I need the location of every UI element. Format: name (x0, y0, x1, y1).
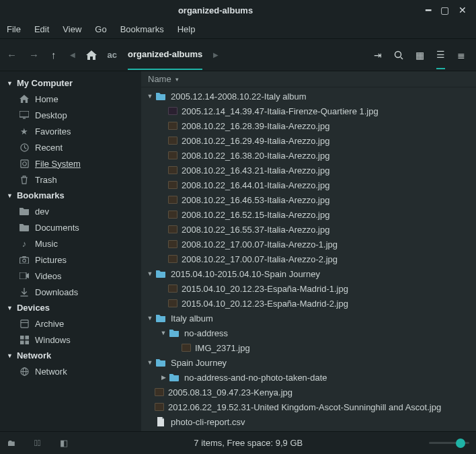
breadcrumb-home[interactable]: ac (108, 50, 117, 69)
file-row[interactable]: 2008.10.22_16.28.39-Italia-Arezzo.jpg (141, 118, 476, 133)
collapse-icon[interactable]: ▼ (145, 270, 155, 277)
menu-edit[interactable]: Edit (34, 24, 49, 34)
file-row[interactable]: 2015.04.10_20.12.23-España-Madrid-2.jpg (141, 296, 476, 311)
svg-rect-2 (19, 111, 29, 117)
sidebar-item-recent[interactable]: Recent (0, 139, 141, 155)
sidebar-item-documents[interactable]: Documents (0, 219, 141, 235)
sidebar-item-desktop[interactable]: Desktop (0, 107, 141, 123)
svg-point-6 (22, 161, 26, 165)
search-icon[interactable] (394, 50, 403, 60)
up-icon[interactable]: ↑ (51, 49, 56, 61)
folder-row[interactable]: ▼2005.12.14-2008.10.22-Italy album (141, 89, 476, 104)
collapse-icon[interactable]: ▼ (145, 359, 155, 366)
close-sidebar-icon[interactable]: ◧ (60, 438, 68, 448)
file-row[interactable]: 2008.10.22_16.55.37-Italia-Arezzo.jpg (141, 222, 476, 237)
item-name-label: IMG_2371.jpg (195, 343, 250, 353)
image-icon (155, 388, 164, 396)
file-row[interactable]: 2008.10.22_16.46.53-Italia-Arezzo.jpg (141, 192, 476, 207)
sidebar-section[interactable]: ▼Network (0, 348, 141, 363)
view-list-icon[interactable]: ☰ (436, 49, 445, 69)
file-row[interactable]: 2008.10.22_16.38.20-Italia-Arezzo.jpg (141, 148, 476, 163)
svg-rect-13 (20, 336, 24, 340)
chevron-right-icon[interactable]: ▶ (213, 51, 219, 59)
windows-icon (19, 334, 30, 345)
sidebar-section[interactable]: ▼Bookmarks (0, 188, 141, 203)
sidebar-section[interactable]: ▼Devices (0, 300, 141, 315)
sidebar-item-pictures[interactable]: Pictures (0, 252, 141, 268)
sidebar-item-file-system[interactable]: File System (0, 155, 141, 172)
close-icon[interactable]: ✕ (459, 5, 467, 15)
folder-row[interactable]: ▼2015.04.10-2015.04.10-Spain Journey (141, 266, 476, 281)
image-icon (168, 285, 177, 293)
file-row[interactable]: photo-cli-report.csv (141, 414, 476, 429)
sidebar-item-label: Favorites (35, 126, 71, 137)
sidebar-item-network[interactable]: Network (0, 363, 141, 379)
back-icon[interactable]: ← (7, 49, 17, 61)
menu-view[interactable]: View (63, 24, 81, 34)
menu-bookmarks[interactable]: Bookmarks (120, 24, 164, 34)
treeview-toggle-icon[interactable]: 🖿̩ (34, 438, 41, 448)
sidebar-item-music[interactable]: ♪Music (0, 235, 141, 252)
folder-row[interactable]: ▶no-address-and-no-photo-taken-date (141, 370, 476, 385)
file-row[interactable]: 2015.04.10_20.12.23-España-Madrid-1.jpg (141, 281, 476, 296)
file-row[interactable]: IMG_2371.jpg (141, 340, 476, 355)
minimize-icon[interactable]: ━ (426, 5, 431, 15)
home-icon[interactable] (86, 50, 97, 60)
view-compact-icon[interactable]: ≣ (457, 50, 465, 61)
location-toggle-icon[interactable]: ⇥ (374, 50, 382, 61)
sidebar-section[interactable]: ▼My Computer (0, 75, 141, 91)
collapse-icon[interactable]: ▼ (159, 330, 168, 336)
file-row[interactable]: 2005.08.13_09.47.23-Kenya.jpg (141, 385, 476, 400)
image-icon (168, 240, 177, 248)
image-icon (168, 122, 177, 130)
collapse-icon[interactable]: ▼ (145, 93, 155, 100)
folder-icon (155, 313, 167, 324)
svg-point-0 (395, 51, 401, 57)
folder-icon (155, 268, 167, 279)
file-row[interactable]: 2005.12.14_14.39.47-Italia-Firenze-Quart… (141, 104, 476, 118)
folder-row[interactable]: ▼no-address (141, 326, 476, 340)
folder-icon (155, 91, 167, 102)
view-grid-icon[interactable]: ▦ (415, 50, 424, 61)
file-row[interactable]: 2008.10.22_17.00.07-Italia-Arezzo-1.jpg (141, 237, 476, 252)
chevron-left-icon[interactable]: ◀ (70, 51, 75, 59)
sidebar-item-label: Videos (35, 271, 62, 281)
sidebar-item-downloads[interactable]: Downloads (0, 284, 141, 300)
sidebar-item-label: Downloads (35, 287, 78, 297)
image-icon (155, 403, 164, 411)
folder-row[interactable]: ▼Italy album (141, 311, 476, 326)
sidebar-item-archive[interactable]: Archive (0, 315, 141, 332)
menu-file[interactable]: File (7, 24, 21, 34)
file-row[interactable]: 2008.10.22_16.43.21-Italia-Arezzo.jpg (141, 163, 476, 178)
sidebar-item-dev[interactable]: dev (0, 203, 141, 219)
zoom-slider[interactable] (429, 442, 469, 444)
file-row[interactable]: 2008.10.22_16.44.01-Italia-Arezzo.jpg (141, 178, 476, 192)
forward-icon[interactable]: → (29, 49, 39, 61)
file-row[interactable]: 2008.10.22_16.29.49-Italia-Arezzo.jpg (141, 133, 476, 148)
expand-icon[interactable]: ▶ (159, 374, 168, 381)
desktop-icon (19, 110, 30, 120)
sidebar-item-favorites[interactable]: ★Favorites (0, 123, 141, 139)
item-name-label: 2008.10.22_16.46.53-Italia-Arezzo.jpg (182, 195, 329, 205)
folder-row[interactable]: ▼Spain Journey (141, 355, 476, 370)
menu-help[interactable]: Help (177, 24, 196, 34)
column-header-name[interactable]: Name ▾ (141, 71, 476, 87)
sidebar-item-home[interactable]: Home (0, 91, 141, 107)
camera-icon (19, 254, 30, 265)
places-toggle-icon[interactable]: 🖿 (7, 438, 15, 448)
sidebar-item-trash[interactable]: Trash (0, 172, 141, 188)
item-name-label: 2008.10.22_16.43.21-Italia-Arezzo.jpg (182, 165, 329, 176)
collapse-icon[interactable]: ▼ (145, 315, 155, 321)
sidebar-item-videos[interactable]: Videos (0, 268, 141, 284)
image-icon (182, 344, 191, 352)
zoom-thumb[interactable] (456, 439, 465, 448)
file-tree: ▼2005.12.14-2008.10.22-Italy album2005.1… (141, 87, 476, 431)
file-row[interactable]: 2008.10.22_17.00.07-Italia-Arezzo-2.jpg (141, 252, 476, 266)
breadcrumb-current[interactable]: organized-albums (128, 49, 202, 70)
menu-go[interactable]: Go (95, 24, 106, 34)
maximize-icon[interactable]: ▢ (440, 5, 449, 15)
file-row[interactable]: 2008.10.22_16.52.15-Italia-Arezzo.jpg (141, 207, 476, 222)
folder-icon (19, 222, 30, 233)
sidebar-item-windows[interactable]: Windows (0, 332, 141, 348)
file-row[interactable]: 2012.06.22_19.52.31-United Kingdom-Ascot… (141, 400, 476, 414)
